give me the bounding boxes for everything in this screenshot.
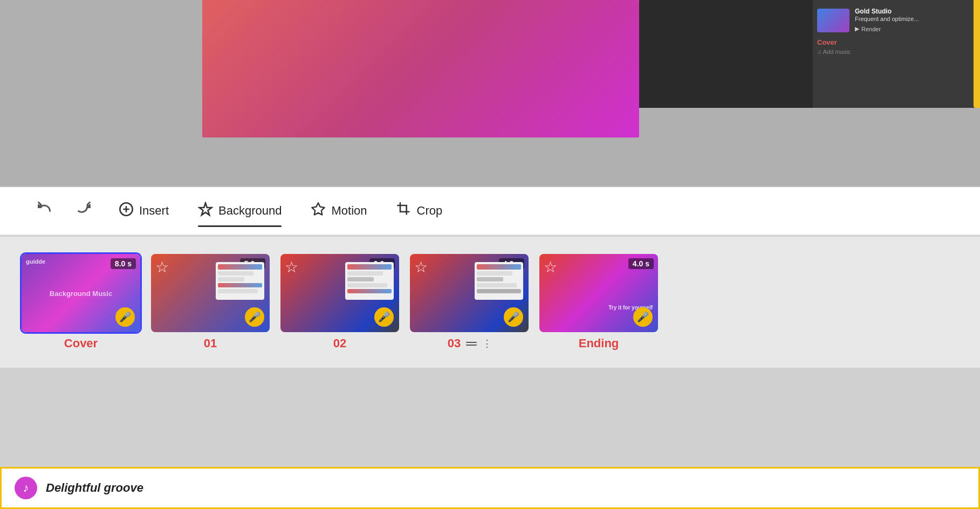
timeline: guidde Background Music 8.0 s 🎤 Cover ☆ … xyxy=(0,237,980,368)
clip-label-ending: Ending xyxy=(579,336,619,350)
music-icon: ♪ xyxy=(15,477,37,499)
clip-star-03: ☆ xyxy=(414,258,428,276)
cover-label-right: Cover xyxy=(817,36,976,49)
play-btn[interactable]: ▶ Render xyxy=(855,25,881,32)
svg-marker-3 xyxy=(312,203,325,215)
clip-duration-cover: 8.0 s xyxy=(111,258,136,269)
undo-button[interactable] xyxy=(32,197,56,224)
right-panel-preview: Gold Studio Frequent and optimize... ▶ R… xyxy=(817,4,976,36)
canvas-preview xyxy=(202,0,639,137)
clip-03-menu[interactable]: ⋮ xyxy=(482,338,491,349)
motion-button[interactable]: Motion xyxy=(304,197,373,225)
yellow-accent xyxy=(974,0,980,108)
clip-mic-01[interactable]: 🎤 xyxy=(245,307,264,327)
crop-button[interactable]: Crop xyxy=(390,197,449,225)
clip-label-03: 03 xyxy=(448,336,461,350)
clip-mic-03[interactable]: 🎤 xyxy=(504,307,523,327)
clip-thumb-ending[interactable]: ☆ 4.0 s Try it for yourself 🎤 xyxy=(539,254,658,332)
music-label: Delightful groove xyxy=(46,481,143,495)
clip-02[interactable]: ☆ 9.0 s 🎤 02 xyxy=(280,254,399,350)
clip-thumb-02[interactable]: ☆ 9.0 s 🎤 xyxy=(280,254,399,332)
motion-label: Motion xyxy=(331,204,367,218)
clip-cover[interactable]: guidde Background Music 8.0 s 🎤 Cover xyxy=(22,254,140,350)
clip-mic-ending[interactable]: 🎤 xyxy=(633,307,653,327)
bg-music-text: Background Music xyxy=(50,289,112,297)
motion-icon xyxy=(311,202,326,221)
guidde-logo: guidde xyxy=(26,258,45,265)
crop-icon xyxy=(396,202,412,221)
right-panel-thumb xyxy=(817,9,849,32)
toolbar: Insert Background Motion Crop xyxy=(0,187,980,236)
right-panel-subtitle: Frequent and optimize... xyxy=(855,15,976,23)
clip-screenshot-03 xyxy=(475,262,523,300)
clip-03-lines xyxy=(466,342,477,346)
clip-03[interactable]: ☆ 4.0 s 🎤 03 ⋮ xyxy=(410,254,529,350)
clip-label-01: 01 xyxy=(204,336,217,350)
clip-star-01: ☆ xyxy=(155,258,169,276)
background-button[interactable]: Background xyxy=(191,197,288,225)
background-btn-wrapper: Background xyxy=(191,197,288,225)
canvas-area: 📌 ⚙ ● ✏ EDIT VOICEOVER □ Gold Studio Fre… xyxy=(0,0,980,186)
clip-ending[interactable]: ☆ 4.0 s Try it for yourself 🎤 Ending xyxy=(539,254,658,350)
clip-mic-cover[interactable]: 🎤 xyxy=(115,307,135,327)
insert-icon xyxy=(119,202,134,221)
clip-thumb-cover[interactable]: guidde Background Music 8.0 s 🎤 xyxy=(22,254,140,332)
clip-thumb-01[interactable]: ☆ 5.0 s 🎤 xyxy=(151,254,270,332)
insert-label: Insert xyxy=(139,204,169,218)
right-panel-title: Gold Studio xyxy=(855,8,976,15)
add-music-hint: ♫ Add music xyxy=(817,49,976,55)
redo-button[interactable] xyxy=(72,197,96,224)
clip-label-02: 02 xyxy=(333,336,346,350)
clip-screenshot-02 xyxy=(345,262,394,300)
clip-label-cover: Cover xyxy=(64,336,98,350)
background-icon xyxy=(198,202,213,221)
right-panel: Gold Studio Frequent and optimize... ▶ R… xyxy=(813,0,980,108)
background-label: Background xyxy=(218,204,282,218)
clip-screenshot-01 xyxy=(216,262,264,300)
bottom-bar: ♪ Delightful groove xyxy=(0,467,980,509)
clip-thumb-03[interactable]: ☆ 4.0 s 🎤 xyxy=(410,254,529,332)
clip-mic-02[interactable]: 🎤 xyxy=(374,307,394,327)
clip-star-ending: ☆ xyxy=(544,258,557,276)
crop-label: Crop xyxy=(417,204,443,218)
insert-button[interactable]: Insert xyxy=(112,197,175,225)
clip-duration-ending: 4.0 s xyxy=(628,258,654,269)
clip-star-02: ☆ xyxy=(285,258,298,276)
clip-01[interactable]: ☆ 5.0 s 🎤 01 xyxy=(151,254,270,350)
